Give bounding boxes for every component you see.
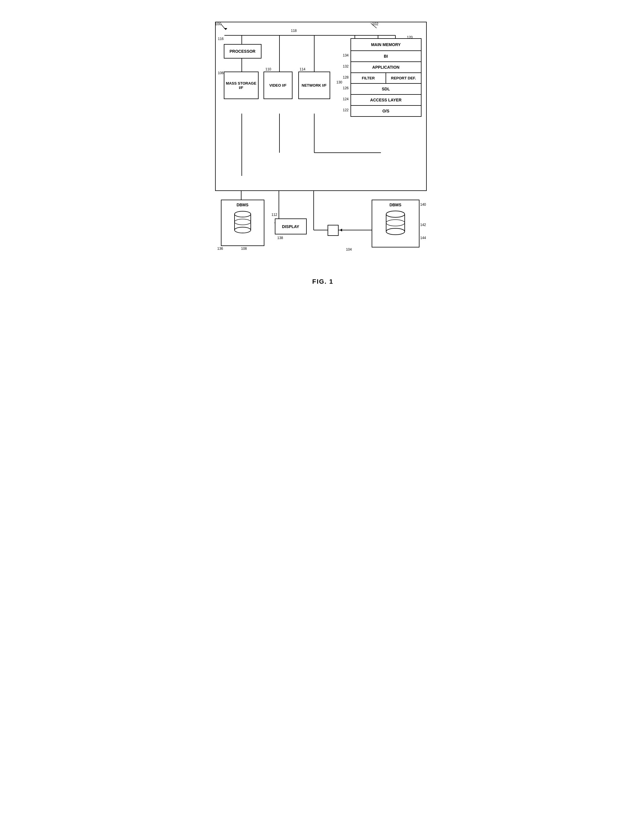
- svg-point-29: [234, 227, 251, 233]
- ref-114: 114: [300, 67, 305, 71]
- processor-box: PROCESSOR: [224, 44, 261, 58]
- ref-126: 126: [343, 86, 349, 90]
- access-layer-row: 124 ACCESS LAYER: [351, 95, 421, 106]
- sdl-row: 126 SDL: [351, 84, 421, 95]
- mass-storage-box: MASS STORAGE I/F: [224, 71, 259, 99]
- main-memory-row: MAIN MEMORY: [351, 39, 421, 51]
- dbms-left-box: DBMS: [221, 200, 264, 246]
- dbms-right-label: DBMS: [389, 202, 401, 207]
- ref-112: 112: [272, 213, 277, 217]
- ref-124: 124: [343, 97, 349, 101]
- svg-rect-26: [234, 214, 251, 230]
- ref-140: 140: [421, 202, 426, 207]
- ref-142: 142: [421, 223, 426, 227]
- ref-108: 108: [241, 246, 247, 251]
- ref-116: 116: [218, 37, 224, 41]
- svg-point-25: [234, 211, 251, 217]
- ref-144: 144: [421, 236, 426, 240]
- display-box: DISPLAY: [275, 218, 307, 234]
- dbms-right-box: DBMS: [372, 200, 419, 248]
- application-row: 132 APPLICATION: [351, 62, 421, 73]
- ref-104: 104: [346, 248, 352, 251]
- ref-134: 134: [343, 53, 349, 57]
- os-row: 122 O/S: [351, 106, 421, 116]
- ref-128: 128: [343, 75, 349, 79]
- ref-118: 118: [291, 29, 297, 33]
- ref-136: 136: [217, 246, 223, 251]
- svg-point-37: [386, 219, 405, 226]
- svg-point-30: [234, 219, 251, 225]
- svg-marker-32: [340, 229, 342, 232]
- arrow-104: [337, 226, 357, 234]
- filter-report-row: 128 130 FILTER REPORT DEF.: [351, 73, 421, 84]
- ref-130: 130: [337, 80, 342, 84]
- ref-110: 110: [266, 67, 271, 71]
- dbms-left-cylinder: [231, 209, 254, 235]
- svg-point-33: [386, 211, 405, 217]
- bi-row: 134 BI: [351, 51, 421, 62]
- dbms-right-cylinder: [383, 209, 408, 237]
- ref-122: 122: [343, 108, 349, 112]
- ref-132: 132: [343, 64, 349, 68]
- ref-138: 138: [277, 236, 283, 240]
- network-if-box: NETWORK I/F: [298, 71, 330, 99]
- dbms-left-label: DBMS: [237, 202, 248, 207]
- video-if-box: VIDEO I/F: [264, 71, 292, 99]
- ref-106: 106: [218, 71, 224, 75]
- svg-point-36: [386, 228, 405, 235]
- figure-label: FIG. 1: [210, 278, 436, 286]
- memory-stack: MAIN MEMORY 134 BI 132: [351, 38, 422, 117]
